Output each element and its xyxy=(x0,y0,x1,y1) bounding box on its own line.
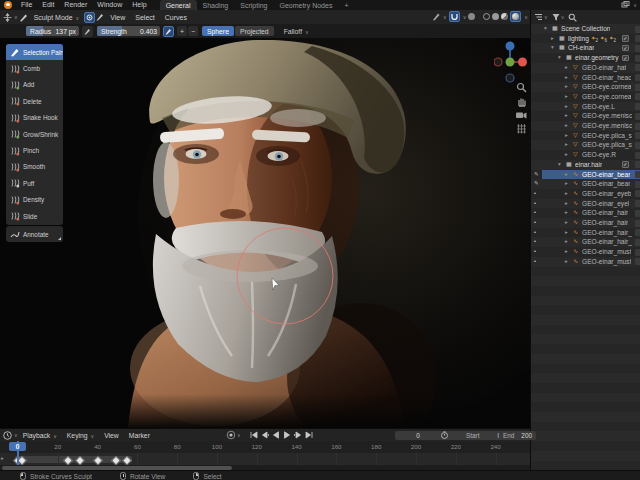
outliner-object-row[interactable]: ▸▽GEO-eye.menisc xyxy=(531,121,640,131)
outliner-object-row[interactable]: ▸▽GEO-eye.menisc xyxy=(531,111,640,121)
visibility-icon[interactable] xyxy=(635,229,640,236)
tab-scripting[interactable]: Scripting xyxy=(234,0,273,10)
snap-magnet-icon[interactable] xyxy=(449,11,460,22)
expander-closed-icon[interactable]: ▸ xyxy=(565,140,568,150)
tool-density[interactable]: Density xyxy=(6,192,63,208)
expander-closed-icon[interactable]: ▸ xyxy=(565,228,568,238)
outliner-object-row[interactable]: ▸▽GEO-eye.L xyxy=(531,102,640,112)
navigation-gizmo[interactable] xyxy=(494,40,528,84)
timeline-menu-view[interactable]: View xyxy=(99,432,124,439)
menu-help[interactable]: Help xyxy=(127,1,151,8)
visibility-icon[interactable] xyxy=(635,200,640,207)
sphere-button[interactable]: Sphere xyxy=(202,26,234,36)
radius-slider[interactable]: Radius 137 px xyxy=(26,26,79,36)
menu-edit[interactable]: Edit xyxy=(37,1,59,8)
expander-closed-icon[interactable]: ▸ xyxy=(565,102,568,112)
outliner-object-row[interactable]: •▸∿GEO-einar_hair_ xyxy=(531,228,640,238)
tab-+[interactable]: + xyxy=(338,0,354,10)
tab-geometry-nodes[interactable]: Geometry Nodes xyxy=(273,0,338,10)
visibility-icon[interactable] xyxy=(635,74,640,81)
proportional-editing-icon[interactable] xyxy=(468,13,475,20)
annotate-tool-icon[interactable] xyxy=(432,12,440,21)
visibility-icon[interactable] xyxy=(635,26,640,33)
outliner-object-row[interactable]: •▸∿GEO-einar_must xyxy=(531,257,640,267)
visibility-icon[interactable] xyxy=(635,249,640,256)
tool-annotate[interactable]: Annotate xyxy=(6,226,63,242)
visibility-icon[interactable] xyxy=(635,84,640,91)
tab-shading[interactable]: Shading xyxy=(197,0,235,10)
tool-delete[interactable]: Delete xyxy=(6,93,63,109)
expander-open-icon[interactable]: ▾ xyxy=(558,53,561,63)
expander-closed-icon[interactable]: ▸ xyxy=(565,73,568,83)
collection-checkbox[interactable]: ✓ xyxy=(622,55,629,62)
menu-file[interactable]: File xyxy=(16,1,37,8)
expander-closed-icon[interactable]: ▸ xyxy=(565,121,568,131)
expander-closed-icon[interactable]: ▸ xyxy=(565,82,568,92)
chevron-down-icon[interactable]: ∨ xyxy=(14,14,18,20)
strength-pressure-icon[interactable] xyxy=(163,26,174,37)
shading-wireframe-icon[interactable] xyxy=(483,13,490,20)
outliner-object-row[interactable]: •▸∿GEO-einar_hair_ xyxy=(531,237,640,247)
expander-closed-icon[interactable]: ▸ xyxy=(565,131,568,141)
visibility-icon[interactable] xyxy=(635,220,640,227)
tool-slide[interactable]: Slide xyxy=(6,208,63,224)
outliner-object-row[interactable]: ▸▽GEO-eye.plica_s xyxy=(531,131,640,141)
tool-add[interactable]: Add xyxy=(6,77,63,93)
tool-comb[interactable]: Comb xyxy=(6,60,63,76)
timeline-menu-playback[interactable]: Playback ∨ xyxy=(18,432,62,439)
visibility-icon[interactable] xyxy=(635,45,640,52)
outliner-object-row[interactable]: •▸∿GEO-einar_eyeb xyxy=(531,189,640,199)
tab-general[interactable]: General xyxy=(160,0,197,10)
frame-start-field[interactable]: Start 0 xyxy=(437,431,505,441)
visibility-icon[interactable] xyxy=(635,210,640,217)
expander-closed-icon[interactable]: ▸ xyxy=(565,92,568,102)
expander-closed-icon[interactable]: ▸ xyxy=(565,150,568,160)
outliner-object-row[interactable]: •▸∿GEO-einar_hair xyxy=(531,208,640,218)
expander-closed-icon[interactable]: ▸ xyxy=(565,179,568,189)
viewport-canvas[interactable]: Selection PaintCombAddDeleteSnake HookGr… xyxy=(0,38,530,428)
outliner-collection-row[interactable]: ▾▦einar.geometry✓ xyxy=(531,53,640,63)
timeline-keyframe-area[interactable]: ▸ xyxy=(0,453,530,465)
visibility-icon[interactable] xyxy=(635,181,640,188)
camera-view-icon[interactable] xyxy=(515,110,527,120)
timeline-editor-icon[interactable] xyxy=(3,430,12,441)
expander-closed-icon[interactable]: ▸ xyxy=(565,63,568,73)
visibility-icon[interactable] xyxy=(635,113,640,120)
outliner-collection-row[interactable]: ▸▦lighting✦2✦6✦2✓ xyxy=(531,34,640,44)
outliner-collection-row[interactable]: ▾▦einar.hair✓ xyxy=(531,160,640,170)
tool-snake-hook[interactable]: Snake Hook xyxy=(6,110,63,126)
visibility-icon[interactable] xyxy=(635,64,640,71)
visibility-icon[interactable] xyxy=(635,35,640,42)
outliner-object-row[interactable]: ▸▽GEO-einar_heac xyxy=(531,73,640,83)
menu-render[interactable]: Render xyxy=(59,1,92,8)
collection-checkbox[interactable]: ✓ xyxy=(622,35,629,42)
current-frame-field[interactable]: 0 xyxy=(395,431,441,441)
outliner-object-row[interactable]: •▸∿GEO-einar_hair xyxy=(531,218,640,228)
expander-closed-icon[interactable]: ▸ xyxy=(565,257,568,267)
outliner-display-mode[interactable]: ∨ xyxy=(534,13,548,21)
outliner-object-row[interactable]: ✎▸∿GEO-einar_bear xyxy=(531,170,640,180)
collection-checkbox[interactable]: ✓ xyxy=(622,161,629,168)
auto-key-button[interactable]: ∨ xyxy=(226,430,241,440)
menu-select[interactable]: Select xyxy=(130,14,159,21)
shading-material-icon[interactable] xyxy=(501,13,508,20)
blender-logo-icon[interactable] xyxy=(4,1,12,9)
visibility-icon[interactable] xyxy=(635,142,640,149)
timeline-ruler[interactable]: 020406080100120140160180200220240 xyxy=(0,441,530,453)
outliner-object-row[interactable]: ✎▸∿GEO-einar_bear xyxy=(531,179,640,189)
pan-hand-icon[interactable] xyxy=(516,96,527,107)
menu-window[interactable]: Window xyxy=(92,1,127,8)
visibility-icon[interactable] xyxy=(635,152,640,159)
editor-type-icon[interactable] xyxy=(3,12,12,23)
perspective-toggle-icon[interactable] xyxy=(516,123,527,134)
outliner-object-row[interactable]: ▸▽GEO-eye.cornea xyxy=(531,82,640,92)
outliner-object-row[interactable]: ▸▽GEO-eye.R xyxy=(531,150,640,160)
strength-slider[interactable]: Strength 0.403 xyxy=(97,26,160,36)
falloff-dropdown[interactable]: Falloff ∨ xyxy=(279,28,314,35)
outliner-object-row[interactable]: ▸▽GEO-einar_hat xyxy=(531,63,640,73)
chevron-down-icon[interactable]: ∨ xyxy=(633,2,637,8)
outliner-object-row[interactable]: •▸∿GEO-einar_eyel xyxy=(531,199,640,209)
next-keyframe-button[interactable] xyxy=(293,431,303,440)
expander-open-icon[interactable]: ▾ xyxy=(558,160,561,170)
timeline-menu-marker[interactable]: Marker xyxy=(124,432,155,439)
